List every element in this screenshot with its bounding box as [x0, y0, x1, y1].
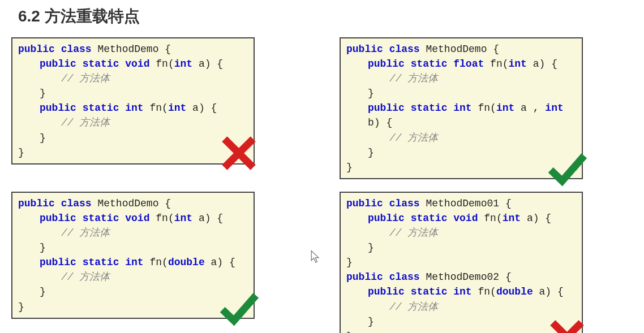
cross-icon: [218, 133, 259, 174]
code-example-1: public class MethodDemo { public static …: [11, 37, 255, 165]
section-heading: 6.2 方法重载特点: [18, 6, 633, 27]
comment-text: // 方法体: [61, 117, 110, 128]
cross-icon: [547, 317, 587, 333]
comment-text: // 方法体: [389, 73, 438, 84]
check-icon: [218, 287, 259, 328]
comment-text: // 方法体: [389, 132, 438, 144]
comment-text: // 方法体: [389, 301, 438, 313]
code-example-2: public class MethodDemo { public static …: [340, 37, 583, 179]
comment-text: // 方法体: [61, 227, 110, 239]
comment-text: // 方法体: [389, 227, 438, 239]
code-example-3: public class MethodDemo { public static …: [11, 192, 255, 319]
comment-text: // 方法体: [61, 271, 110, 283]
code-example-4: public class MethodDemo01 { public stati…: [340, 192, 583, 333]
comment-text: // 方法体: [61, 73, 110, 84]
check-icon: [547, 148, 587, 188]
